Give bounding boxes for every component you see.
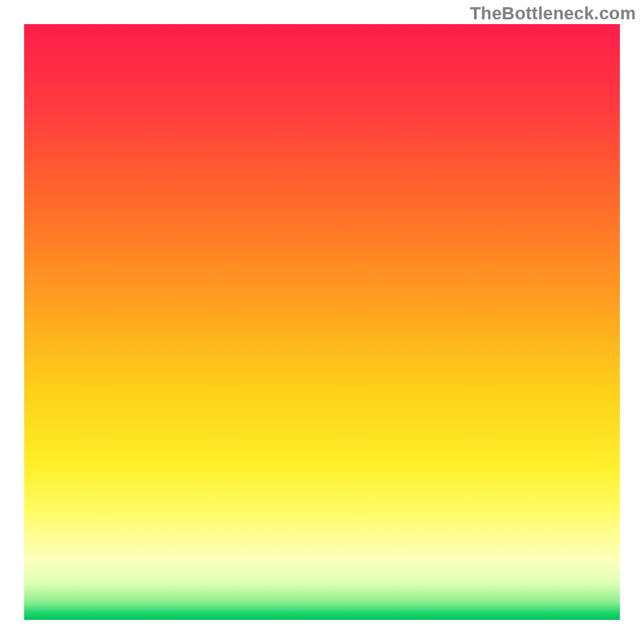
watermark-text: TheBottleneck.com bbox=[470, 3, 636, 24]
plot-area bbox=[24, 24, 620, 620]
background-gradient bbox=[24, 24, 620, 620]
chart-container: TheBottleneck.com bbox=[0, 0, 644, 644]
